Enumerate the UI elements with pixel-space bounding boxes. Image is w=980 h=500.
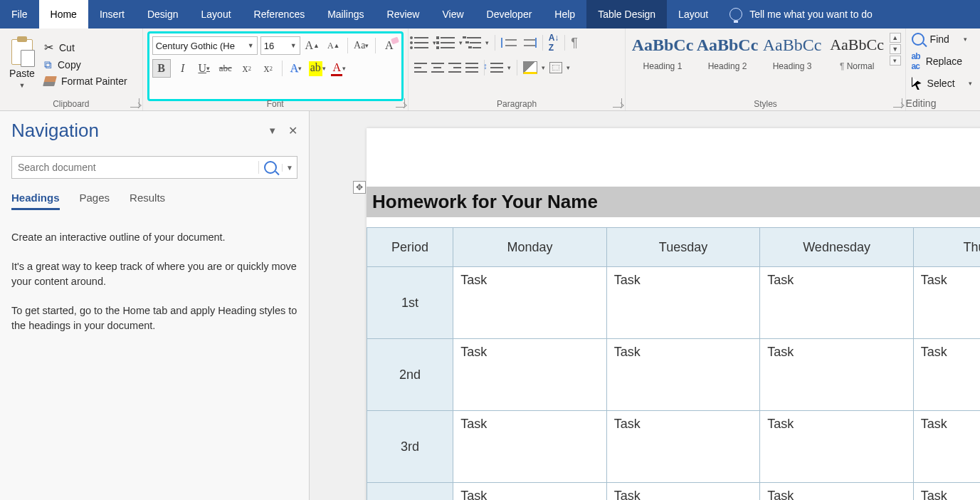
select-button[interactable]: Select ▾ (912, 77, 977, 90)
shading-button[interactable] (523, 61, 537, 74)
paragraph-launcher[interactable] (613, 98, 622, 108)
clipboard-launcher[interactable] (130, 98, 139, 108)
grow-font-button[interactable]: A▲ (303, 36, 322, 55)
table-move-handle[interactable]: ✥ (353, 181, 366, 194)
task-cell[interactable]: Task (606, 483, 760, 501)
nav-tab-headings[interactable]: Headings (11, 192, 60, 210)
col-tuesday[interactable]: Tuesday (606, 228, 760, 267)
shrink-font-button[interactable]: A▲ (325, 36, 343, 55)
tab-help[interactable]: Help (543, 0, 586, 28)
down-caret-icon[interactable]: ▼ (890, 44, 901, 54)
numbering-button[interactable] (441, 37, 455, 48)
tab-view[interactable]: View (431, 0, 475, 28)
task-cell[interactable]: Task (913, 483, 980, 501)
task-cell[interactable]: Task (453, 267, 607, 339)
task-cell[interactable]: Task (606, 267, 760, 339)
tab-home[interactable]: Home (39, 0, 88, 28)
nav-menu-button[interactable]: ▼ (268, 125, 277, 136)
task-cell[interactable]: Task (453, 339, 607, 411)
up-caret-icon[interactable]: ▲ (890, 33, 901, 43)
decrease-indent-button[interactable] (501, 38, 517, 48)
tab-table-layout[interactable]: Layout (667, 0, 720, 28)
task-cell[interactable]: Task (913, 411, 980, 483)
nav-tab-results[interactable]: Results (130, 192, 165, 210)
period-cell[interactable]: 3rd (367, 411, 453, 483)
nav-tab-pages[interactable]: Pages (80, 192, 110, 210)
font-launcher[interactable] (396, 98, 405, 108)
clear-formatting-button[interactable]: A (380, 36, 399, 55)
tell-me[interactable]: Tell me what you want to do (720, 0, 980, 28)
nav-close-button[interactable]: ✕ (288, 124, 297, 137)
page[interactable]: ✥ Homework for Your Name Period Monday T… (367, 128, 980, 500)
text-effects-button[interactable]: A ▾ (287, 59, 305, 78)
change-case-button[interactable]: Aa ▾ (352, 36, 371, 55)
bold-button[interactable]: B (152, 59, 171, 78)
underline-button[interactable]: U ▾ (195, 59, 214, 78)
task-cell[interactable]: Task (453, 411, 607, 483)
find-button[interactable]: Find ▾ (912, 33, 977, 46)
highlight-button[interactable]: ab ▾ (308, 59, 327, 78)
tab-file[interactable]: File (0, 0, 39, 28)
tab-table-design[interactable]: Table Design (586, 0, 667, 28)
nav-search-more[interactable]: ▼ (282, 164, 297, 172)
align-right-button[interactable] (448, 63, 461, 73)
tab-references[interactable]: References (243, 0, 317, 28)
tab-mailings[interactable]: Mailings (316, 0, 375, 28)
style-heading2[interactable]: AaBbCc Heading 2 (695, 33, 759, 74)
font-size-combo[interactable]: 16 ▼ (260, 36, 300, 55)
increase-indent-button[interactable] (521, 38, 537, 48)
period-cell[interactable]: 4th (367, 483, 453, 501)
show-marks-button[interactable]: ¶ (571, 36, 578, 51)
tab-insert[interactable]: Insert (88, 0, 136, 28)
tab-developer[interactable]: Developer (475, 0, 544, 28)
align-center-button[interactable] (431, 63, 444, 73)
tab-layout[interactable]: Layout (190, 0, 243, 28)
justify-button[interactable] (465, 63, 478, 73)
col-wednesday[interactable]: Wednesday (760, 228, 914, 267)
task-cell[interactable]: Task (453, 483, 607, 501)
period-cell[interactable]: 1st (367, 267, 453, 339)
task-cell[interactable]: Task (913, 339, 980, 411)
style-normal[interactable]: AaBbCc Normal (825, 33, 890, 74)
strikethrough-button[interactable]: abc (216, 59, 235, 78)
task-cell[interactable]: Task (606, 339, 760, 411)
period-cell[interactable]: 2nd (367, 339, 453, 411)
styles-launcher[interactable] (893, 98, 902, 108)
col-monday[interactable]: Monday (453, 228, 607, 267)
superscript-button[interactable]: x2 (259, 59, 278, 78)
homework-table[interactable]: Period Monday Tuesday Wednesday Thursday… (367, 227, 980, 500)
replace-button[interactable]: abacReplace (912, 51, 977, 71)
format-painter-button[interactable]: Format Painter (44, 75, 127, 87)
task-cell[interactable]: Task (606, 411, 760, 483)
style-heading1[interactable]: AaBbCc Heading 1 (630, 33, 695, 74)
nav-search-go[interactable] (258, 161, 282, 174)
font-name-combo[interactable]: Century Gothic (He ▼ (152, 36, 258, 55)
multilevel-list-button[interactable] (467, 37, 481, 48)
paste-button[interactable]: Paste ▼ (4, 31, 40, 96)
tab-review[interactable]: Review (376, 0, 431, 28)
task-cell[interactable]: Task (760, 483, 914, 501)
borders-button[interactable] (549, 62, 562, 73)
nav-search[interactable]: ▼ (11, 156, 297, 179)
task-cell[interactable]: Task (913, 267, 980, 339)
nav-search-input[interactable] (12, 162, 258, 173)
bullets-button[interactable] (414, 37, 428, 48)
col-thursday[interactable]: Thursday (913, 228, 980, 267)
align-left-button[interactable] (414, 63, 427, 73)
line-spacing-button[interactable] (490, 63, 503, 73)
copy-button[interactable]: ⧉Copy (44, 58, 127, 71)
more-styles-icon[interactable]: ▾ (890, 56, 901, 66)
subscript-button[interactable]: x2 (238, 59, 256, 78)
cut-button[interactable]: ✂Cut (44, 41, 127, 54)
italic-button[interactable]: I (174, 59, 192, 78)
col-period[interactable]: Period (367, 228, 453, 267)
task-cell[interactable]: Task (760, 411, 914, 483)
sort-button[interactable]: A↓Z (549, 33, 559, 53)
tab-design[interactable]: Design (136, 0, 190, 28)
task-cell[interactable]: Task (760, 267, 914, 339)
style-heading3[interactable]: AaBbCc Heading 3 (760, 33, 825, 74)
document-area[interactable]: ✥ Homework for Your Name Period Monday T… (310, 111, 980, 500)
document-title[interactable]: Homework for Your Name (367, 187, 980, 217)
task-cell[interactable]: Task (760, 339, 914, 411)
font-color-button[interactable]: A ▾ (330, 59, 348, 78)
